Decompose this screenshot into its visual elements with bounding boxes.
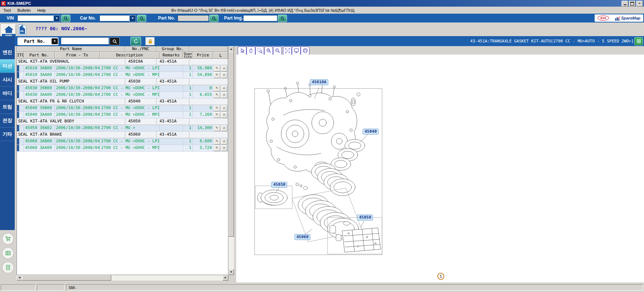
- col-remarks[interactable]: Remarks: [160, 52, 183, 59]
- part-search-input[interactable]: [61, 37, 109, 45]
- alt-part-icon[interactable]: A: [221, 125, 227, 131]
- car-no-input[interactable]: [99, 15, 131, 21]
- col-l[interactable]: L: [213, 52, 228, 59]
- page-number-badge[interactable]: 1: [437, 273, 444, 280]
- col-quantity[interactable]: Quan tity: [183, 52, 193, 59]
- part-img-search-button[interactable]: [278, 15, 287, 22]
- memo-pencil-icon[interactable]: ✎: [214, 86, 220, 91]
- print-tool-button[interactable]: [301, 46, 309, 55]
- alt-part-icon[interactable]: A: [221, 112, 227, 118]
- col-from-to[interactable]: From - To: [55, 52, 100, 59]
- part-no-input[interactable]: [178, 15, 209, 21]
- alt-part-icon[interactable]: A: [221, 86, 227, 91]
- fit-screen-tool-button[interactable]: [283, 46, 292, 55]
- part-row[interactable]: 45010 3AA002006/10/30-2008/04/012700 CC …: [17, 72, 228, 79]
- part-no-search-button[interactable]: [209, 15, 218, 22]
- search-type-combobox[interactable]: Part No. ▼: [17, 37, 59, 45]
- table-horizontal-scrollbar[interactable]: ◄ ►: [17, 275, 228, 281]
- part-row[interactable]: 45060 3AB002006/10/30-2008/04/012700 CC …: [17, 138, 228, 145]
- diagram-callout-45060[interactable]: 45060: [294, 234, 310, 240]
- group-row[interactable]: SEAL KIT-ATA OIL PUMP4503043-451A: [17, 79, 228, 85]
- oil-button[interactable]: OIL: [17, 23, 27, 35]
- col-price[interactable]: Price: [193, 52, 213, 59]
- memo-pencil-icon[interactable]: ✎: [214, 125, 220, 131]
- part-row[interactable]: 45030 3AA002006/10/30-2008/04/012700 CC …: [17, 92, 228, 98]
- vin-dropdown-button[interactable]: ▼: [53, 15, 60, 22]
- col-part-name[interactable]: Part Name: [17, 46, 125, 52]
- group-row[interactable]: SEAL KIT-ATA FR & RR CLUTCH4504043-451A: [17, 98, 228, 105]
- col-part-no[interactable]: Part No.: [24, 52, 55, 59]
- memo-pencil-icon[interactable]: ✎: [214, 72, 220, 78]
- diagram-callout-45010A[interactable]: 45010A: [310, 79, 328, 85]
- itc-cell: [17, 65, 24, 72]
- alt-part-icon[interactable]: A: [221, 72, 227, 78]
- diagram-canvas[interactable]: 1 45010A45040450304505045060: [236, 55, 644, 282]
- memo-pencil-icon[interactable]: ✎: [214, 105, 220, 111]
- vin-input[interactable]: [17, 15, 55, 21]
- cart-button[interactable]: [2, 233, 14, 245]
- col-description[interactable]: Description: [100, 52, 159, 59]
- full-screen-tool-button[interactable]: [292, 46, 301, 55]
- col-pnc[interactable]: No./PNC: [125, 46, 157, 52]
- group-row[interactable]: SEAL KIT-ATA VALVE BODY4505043-451A: [17, 118, 228, 125]
- lock-button[interactable]: [146, 37, 155, 45]
- close-button[interactable]: ×: [636, 1, 643, 7]
- zoom-area-tool-button[interactable]: [255, 46, 264, 55]
- diagram-callout-45030[interactable]: 45030: [271, 182, 287, 188]
- panel-toggle-button[interactable]: [634, 37, 643, 45]
- memo-pencil-icon[interactable]: ✎: [214, 139, 220, 145]
- part-row[interactable]: 45010 3AB002006/10/30-2008/04/012700 CC …: [17, 65, 228, 72]
- minimize-button[interactable]: [622, 1, 628, 7]
- maximize-button[interactable]: [629, 1, 636, 7]
- group-row[interactable]: SEAL KIT-ATA BRAKE4506043-451A: [17, 132, 228, 138]
- sidebar-item-electrical[interactable]: 전장: [0, 114, 15, 128]
- memo-pencil-icon[interactable]: ✎: [214, 112, 220, 118]
- zoom-in-tool-button[interactable]: [264, 46, 273, 55]
- alt-part-icon[interactable]: A: [221, 92, 227, 98]
- cart-icon: [5, 236, 11, 241]
- menu-tool[interactable]: Tool: [0, 8, 14, 13]
- part-row[interactable]: 45050 39A022006/10/30-2008/04/012700 CC …: [17, 125, 228, 132]
- part-no-cell: 45030 39B00: [24, 85, 55, 92]
- sidebar-item-engine[interactable]: 엔진: [0, 46, 15, 59]
- part-img-input[interactable]: [243, 15, 277, 21]
- status-cell-1: [1, 284, 36, 291]
- memo-pencil-icon[interactable]: ✎: [214, 66, 220, 72]
- menu-help[interactable]: Help: [34, 8, 49, 13]
- memo-pencil-icon[interactable]: ✎: [214, 92, 220, 98]
- group-row[interactable]: SEAL KIT-ATA OVERHAUL45010A43-451A: [17, 59, 228, 65]
- alt-part-icon[interactable]: A: [221, 139, 227, 145]
- chevron-down-icon[interactable]: ▼: [52, 38, 58, 44]
- sidebar-item-chassis[interactable]: 샤시: [0, 73, 15, 87]
- car-no-dropdown-button[interactable]: ▼: [129, 15, 136, 22]
- home-icon: [4, 25, 14, 34]
- col-group-no[interactable]: Group No.: [157, 46, 190, 52]
- refresh-button[interactable]: [130, 37, 141, 46]
- part-search-button[interactable]: [109, 37, 120, 45]
- memo-button[interactable]: [2, 261, 14, 274]
- parts-grid-button[interactable]: [2, 247, 14, 259]
- sidebar-item-etc[interactable]: 기타: [0, 128, 15, 141]
- part-row[interactable]: 45040 39B002006/10/30-2008/04/012700 CC …: [17, 105, 228, 112]
- col-itc[interactable]: ITC: [17, 52, 24, 59]
- car-no-search-button[interactable]: [137, 15, 146, 22]
- diagram-callout-45040[interactable]: 45040: [363, 129, 378, 135]
- table-vertical-scrollbar[interactable]: ▲ ▼: [228, 46, 234, 275]
- zoom-out-tool-button[interactable]: [273, 46, 282, 55]
- sidebar-item-trim[interactable]: 트림: [0, 100, 15, 114]
- sidebar-item-body[interactable]: 바디: [0, 87, 15, 100]
- pointer-tool-button[interactable]: [238, 46, 246, 55]
- part-row[interactable]: 45030 39B002006/10/30-2008/04/012700 CC …: [17, 85, 228, 92]
- group-part-name: SEAL KIT-ATA BRAKE: [17, 132, 125, 138]
- vin-search-button[interactable]: [61, 15, 70, 22]
- memo-pencil-icon[interactable]: ✎: [214, 145, 220, 151]
- part-row[interactable]: 45040 3AA002006/10/30-2008/04/012700 CC …: [17, 112, 228, 118]
- diagram-callout-45050[interactable]: 45050: [357, 215, 373, 220]
- part-row[interactable]: 45060 3AA002006/10/30-2008/04/012700 CC …: [17, 145, 228, 152]
- alt-part-icon[interactable]: A: [221, 145, 227, 151]
- alt-part-icon[interactable]: A: [221, 66, 227, 72]
- menu-bulletin[interactable]: Bulletin: [14, 8, 34, 13]
- sidebar-item-mission[interactable]: 미션: [0, 59, 15, 73]
- pan-tool-button[interactable]: [246, 46, 255, 55]
- alt-part-icon[interactable]: A: [221, 105, 227, 111]
